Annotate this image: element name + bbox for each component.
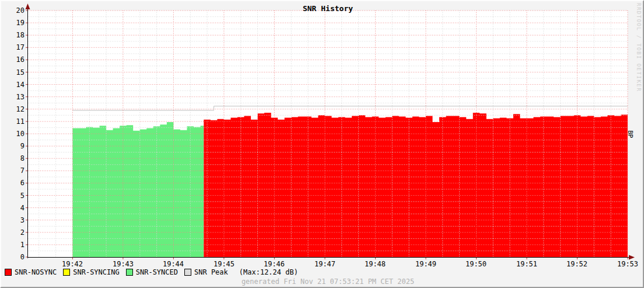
legend-label: SNR Peak xyxy=(194,268,228,276)
x-axis-label: 19:47 xyxy=(310,260,340,268)
y-axis-label: 4 xyxy=(6,204,24,212)
y-axis-label: 10 xyxy=(6,130,24,138)
y-axis-label: 18 xyxy=(6,32,24,39)
y-axis-label: 14 xyxy=(6,81,24,89)
legend: SNR-NOSYNCSNR-SYNCINGSNR-SYNCEDSNR Peak … xyxy=(5,268,298,276)
legend-item: SNR Peak xyxy=(184,268,228,276)
y-axis-label: 3 xyxy=(6,217,24,224)
rrdtool-watermark: RRDTOOL / TOBI OETIKER xyxy=(636,3,642,92)
y-axis-label: 13 xyxy=(6,93,24,101)
y-axis-label: 12 xyxy=(6,106,24,113)
x-axis-label: 19:43 xyxy=(108,260,138,268)
y-axis-label: 19 xyxy=(6,19,24,27)
y-axis-label: 5 xyxy=(6,192,24,200)
rrdtool-snr-graph: SNR History 0123456789101112131415161718… xyxy=(0,0,644,288)
y-axis-label: 0 xyxy=(6,254,24,261)
x-axis-label: 19:53 xyxy=(612,260,643,268)
legend-item: SNR-SYNCING xyxy=(63,268,119,276)
y-axis-label: 9 xyxy=(6,143,24,150)
y-axis-label: 8 xyxy=(6,155,24,162)
plot-area xyxy=(1,1,643,287)
legend-label: SNR-NOSYNC xyxy=(15,268,57,276)
y-axis-label: 2 xyxy=(6,229,24,237)
x-axis-label: 19:51 xyxy=(512,260,542,268)
legend-items: SNR-NOSYNCSNR-SYNCINGSNR-SYNCEDSNR Peak xyxy=(5,268,235,276)
generated-timestamp: generated Fri Nov 21 07:53:21 PM CET 202… xyxy=(28,277,628,286)
y-axis-label: 15 xyxy=(6,69,24,77)
legend-item: SNR-NOSYNC xyxy=(5,268,57,276)
snr-nosync-area xyxy=(204,113,628,257)
legend-swatch xyxy=(126,269,133,276)
graph-title: SNR History xyxy=(28,4,628,13)
x-axis-arrow-icon xyxy=(629,255,635,260)
legend-swatch xyxy=(5,269,12,276)
x-axis-label: 19:46 xyxy=(259,260,289,268)
y-axis-label: 17 xyxy=(6,44,24,51)
legend-swatch xyxy=(63,269,70,276)
y-axis-label: 1 xyxy=(6,241,24,249)
x-axis-label: 19:48 xyxy=(360,260,390,268)
y-axis-label: 20 xyxy=(6,7,24,15)
legend-max-label: (Max:12.24 dB) xyxy=(239,268,298,276)
snr-synced-area xyxy=(72,122,204,257)
x-axis-label: 19:42 xyxy=(57,260,88,268)
y-axis-label: 16 xyxy=(6,56,24,64)
y-axis-label: 7 xyxy=(6,167,24,175)
legend-swatch xyxy=(184,269,191,276)
y-axis-label: 11 xyxy=(6,118,24,126)
legend-item: SNR-SYNCED xyxy=(126,268,178,276)
right-axis-label: BP xyxy=(626,130,634,138)
legend-label: SNR-SYNCING xyxy=(73,268,119,276)
x-axis-label: 19:44 xyxy=(158,260,188,268)
x-axis-label: 19:49 xyxy=(411,260,441,268)
x-axis-label: 19:52 xyxy=(562,260,592,268)
legend-label: SNR-SYNCED xyxy=(136,268,178,276)
y-axis-label: 6 xyxy=(6,179,24,187)
x-axis-label: 19:50 xyxy=(461,260,491,268)
x-axis-label: 19:45 xyxy=(209,260,239,268)
